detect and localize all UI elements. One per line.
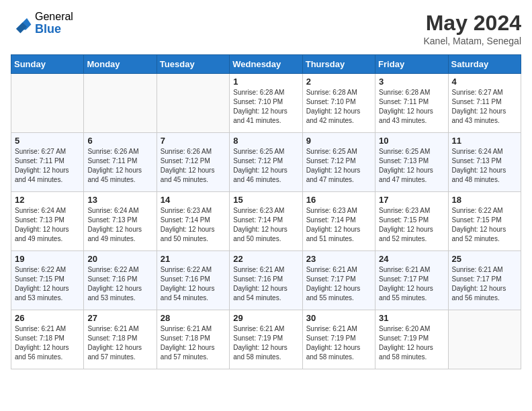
day-info: Sunrise: 6:26 AM Sunset: 7:11 PM Dayligh… [87,147,152,185]
day-info: Sunrise: 6:23 AM Sunset: 7:15 PM Dayligh… [379,206,444,244]
calendar-cell: 31Sunrise: 6:20 AM Sunset: 7:19 PM Dayli… [375,310,448,369]
day-info: Sunrise: 6:24 AM Sunset: 7:13 PM Dayligh… [87,206,152,244]
day-number: 5 [15,136,80,146]
calendar-cell: 4Sunrise: 6:27 AM Sunset: 7:11 PM Daylig… [448,74,521,133]
day-info: Sunrise: 6:25 AM Sunset: 7:12 PM Dayligh… [233,147,298,185]
day-info: Sunrise: 6:22 AM Sunset: 7:16 PM Dayligh… [87,265,152,303]
day-number: 31 [379,313,444,323]
calendar-cell [11,74,84,133]
day-info: Sunrise: 6:23 AM Sunset: 7:14 PM Dayligh… [233,206,298,244]
day-number: 17 [379,195,444,205]
day-info: Sunrise: 6:21 AM Sunset: 7:18 PM Dayligh… [161,324,226,362]
day-number: 1 [233,77,298,87]
day-number: 22 [233,254,298,264]
day-info: Sunrise: 6:23 AM Sunset: 7:14 PM Dayligh… [306,206,371,244]
calendar-cell: 3Sunrise: 6:28 AM Sunset: 7:11 PM Daylig… [375,74,448,133]
calendar-cell: 8Sunrise: 6:25 AM Sunset: 7:12 PM Daylig… [230,133,302,192]
day-info: Sunrise: 6:22 AM Sunset: 7:16 PM Dayligh… [161,265,226,303]
day-number: 25 [452,254,517,264]
calendar-cell: 7Sunrise: 6:26 AM Sunset: 7:12 PM Daylig… [157,133,229,192]
day-info: Sunrise: 6:21 AM Sunset: 7:19 PM Dayligh… [233,324,298,362]
day-info: Sunrise: 6:26 AM Sunset: 7:12 PM Dayligh… [161,147,226,185]
logo: General Blue [11,11,73,36]
day-number: 3 [379,77,444,87]
day-number: 11 [452,136,517,146]
day-number: 21 [161,254,226,264]
weekday-header: Saturday [448,55,521,74]
calendar-cell: 11Sunrise: 6:24 AM Sunset: 7:13 PM Dayli… [448,133,521,192]
calendar-cell: 28Sunrise: 6:21 AM Sunset: 7:18 PM Dayli… [157,310,229,369]
title-block: May 2024 Kanel, Matam, Senegal [423,11,521,46]
calendar-cell: 24Sunrise: 6:21 AM Sunset: 7:17 PM Dayli… [375,251,448,310]
calendar-week-row: 5Sunrise: 6:27 AM Sunset: 7:11 PM Daylig… [11,133,521,192]
day-info: Sunrise: 6:21 AM Sunset: 7:18 PM Dayligh… [87,324,152,362]
day-number: 20 [87,254,152,264]
day-number: 4 [452,77,517,87]
calendar-cell: 18Sunrise: 6:22 AM Sunset: 7:15 PM Dayli… [448,192,521,251]
day-number: 29 [233,313,298,323]
logo-blue: Blue [35,23,73,36]
month-title: May 2024 [423,11,521,36]
calendar-cell: 29Sunrise: 6:21 AM Sunset: 7:19 PM Dayli… [230,310,302,369]
calendar-cell: 17Sunrise: 6:23 AM Sunset: 7:15 PM Dayli… [375,192,448,251]
day-info: Sunrise: 6:20 AM Sunset: 7:19 PM Dayligh… [379,324,444,362]
calendar-cell: 16Sunrise: 6:23 AM Sunset: 7:14 PM Dayli… [302,192,375,251]
calendar-cell: 12Sunrise: 6:24 AM Sunset: 7:13 PM Dayli… [11,192,84,251]
calendar-cell: 23Sunrise: 6:21 AM Sunset: 7:17 PM Dayli… [302,251,375,310]
day-number: 27 [87,313,152,323]
day-number: 19 [15,254,80,264]
calendar-cell: 5Sunrise: 6:27 AM Sunset: 7:11 PM Daylig… [11,133,84,192]
day-info: Sunrise: 6:28 AM Sunset: 7:10 PM Dayligh… [233,88,298,126]
day-number: 12 [15,195,80,205]
weekday-header: Monday [84,55,157,74]
location: Kanel, Matam, Senegal [423,36,521,46]
day-info: Sunrise: 6:21 AM Sunset: 7:16 PM Dayligh… [233,265,298,303]
day-info: Sunrise: 6:28 AM Sunset: 7:10 PM Dayligh… [306,88,371,126]
day-info: Sunrise: 6:23 AM Sunset: 7:14 PM Dayligh… [161,206,226,244]
day-number: 28 [161,313,226,323]
day-info: Sunrise: 6:27 AM Sunset: 7:11 PM Dayligh… [15,147,80,185]
calendar-cell: 30Sunrise: 6:21 AM Sunset: 7:19 PM Dayli… [302,310,375,369]
weekday-header: Sunday [11,55,84,74]
day-number: 7 [161,136,226,146]
day-info: Sunrise: 6:22 AM Sunset: 7:15 PM Dayligh… [452,206,517,244]
calendar-table: SundayMondayTuesdayWednesdayThursdayFrid… [11,54,521,369]
calendar-cell [157,74,229,133]
day-info: Sunrise: 6:24 AM Sunset: 7:13 PM Dayligh… [452,147,517,185]
calendar-header: SundayMondayTuesdayWednesdayThursdayFrid… [11,55,521,74]
calendar-cell: 27Sunrise: 6:21 AM Sunset: 7:18 PM Dayli… [84,310,157,369]
day-number: 6 [87,136,152,146]
day-number: 24 [379,254,444,264]
calendar-cell: 14Sunrise: 6:23 AM Sunset: 7:14 PM Dayli… [157,192,229,251]
day-info: Sunrise: 6:21 AM Sunset: 7:19 PM Dayligh… [306,324,371,362]
calendar-cell: 10Sunrise: 6:25 AM Sunset: 7:13 PM Dayli… [375,133,448,192]
logo-icon [11,13,32,34]
calendar-body: 1Sunrise: 6:28 AM Sunset: 7:10 PM Daylig… [11,74,521,369]
day-info: Sunrise: 6:25 AM Sunset: 7:13 PM Dayligh… [379,147,444,185]
calendar-cell: 15Sunrise: 6:23 AM Sunset: 7:14 PM Dayli… [230,192,302,251]
weekday-header: Thursday [302,55,375,74]
day-info: Sunrise: 6:21 AM Sunset: 7:18 PM Dayligh… [15,324,80,362]
logo-text: General Blue [35,11,73,36]
calendar-week-row: 19Sunrise: 6:22 AM Sunset: 7:15 PM Dayli… [11,251,521,310]
weekday-row: SundayMondayTuesdayWednesdayThursdayFrid… [11,55,521,74]
calendar-week-row: 12Sunrise: 6:24 AM Sunset: 7:13 PM Dayli… [11,192,521,251]
calendar-cell: 25Sunrise: 6:21 AM Sunset: 7:17 PM Dayli… [448,251,521,310]
day-number: 16 [306,195,371,205]
day-number: 13 [87,195,152,205]
calendar-cell: 20Sunrise: 6:22 AM Sunset: 7:16 PM Dayli… [84,251,157,310]
calendar-cell: 2Sunrise: 6:28 AM Sunset: 7:10 PM Daylig… [302,74,375,133]
page-header: General Blue May 2024 Kanel, Matam, Sene… [11,11,521,46]
day-info: Sunrise: 6:27 AM Sunset: 7:11 PM Dayligh… [452,88,517,126]
calendar-cell: 26Sunrise: 6:21 AM Sunset: 7:18 PM Dayli… [11,310,84,369]
calendar-cell [84,74,157,133]
day-number: 23 [306,254,371,264]
day-info: Sunrise: 6:21 AM Sunset: 7:17 PM Dayligh… [379,265,444,303]
day-number: 15 [233,195,298,205]
day-number: 30 [306,313,371,323]
day-info: Sunrise: 6:22 AM Sunset: 7:15 PM Dayligh… [15,265,80,303]
day-number: 26 [15,313,80,323]
calendar-cell: 19Sunrise: 6:22 AM Sunset: 7:15 PM Dayli… [11,251,84,310]
day-info: Sunrise: 6:21 AM Sunset: 7:17 PM Dayligh… [306,265,371,303]
calendar-cell: 1Sunrise: 6:28 AM Sunset: 7:10 PM Daylig… [230,74,302,133]
